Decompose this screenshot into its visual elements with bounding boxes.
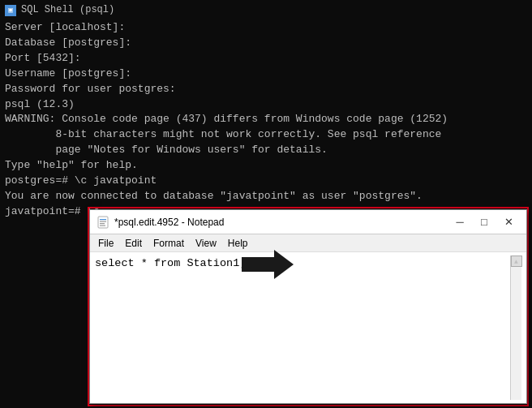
svg-rect-0 <box>98 217 108 228</box>
menu-edit[interactable]: Edit <box>120 237 147 250</box>
terminal-line: Database [postgres]: <box>5 36 527 51</box>
terminal-line: 8-bit characters might not work correctl… <box>5 127 527 143</box>
notepad-menubar: File Edit Format View Help <box>90 234 526 252</box>
svg-rect-1 <box>100 219 106 220</box>
notepad-content-area: ▲ <box>90 252 526 403</box>
arrow-head <box>274 250 294 279</box>
arrow-shape <box>242 250 294 279</box>
terminal-line: page "Notes for Windows users" for detai… <box>5 143 527 158</box>
scroll-up-arrow[interactable]: ▲ <box>511 256 522 267</box>
terminal-line: WARNING: Console code page (437) differs… <box>5 112 527 127</box>
menu-help[interactable]: Help <box>223 237 253 250</box>
notepad-title-left: *psql.edit.4952 - Notepad <box>97 216 224 229</box>
arrow-indicator <box>242 250 294 279</box>
notepad-file-icon <box>97 216 109 229</box>
notepad-window: *psql.edit.4952 - Notepad ─ □ ✕ File Edi… <box>89 209 527 404</box>
svg-rect-3 <box>100 223 105 224</box>
arrow-body <box>242 257 274 272</box>
maximize-button[interactable]: □ <box>473 213 496 231</box>
notepad-controls: ─ □ ✕ <box>448 213 520 231</box>
terminal-line: Password for user postgres: <box>5 82 527 97</box>
terminal-line: Server [localhost]: <box>5 20 527 36</box>
terminal-line: postgres=# \c javatpoint <box>5 174 527 189</box>
terminal-title: SQL Shell (psql) <box>21 3 114 17</box>
notepad-titlebar: *psql.edit.4952 - Notepad ─ □ ✕ <box>90 210 526 234</box>
svg-rect-4 <box>100 225 105 225</box>
minimize-button[interactable]: ─ <box>448 213 471 231</box>
close-button[interactable]: ✕ <box>497 213 520 231</box>
terminal-icon: ▣ <box>5 5 16 16</box>
notepad-title-text: *psql.edit.4952 - Notepad <box>114 217 224 228</box>
menu-file[interactable]: File <box>93 237 118 250</box>
terminal-line: Username [postgres]: <box>5 67 527 82</box>
menu-format[interactable]: Format <box>148 237 189 250</box>
terminal-output: Server [localhost]: Database [postgres]:… <box>5 20 527 219</box>
notepad-editor[interactable] <box>95 256 510 400</box>
svg-rect-2 <box>100 221 106 221</box>
terminal-line: Type "help" for help. <box>5 158 527 174</box>
scrollbar[interactable]: ▲ <box>510 256 521 400</box>
terminal-titlebar: ▣ SQL Shell (psql) <box>5 3 527 17</box>
terminal-line: You are now connected to database "javat… <box>5 189 527 204</box>
terminal-line: Port [5432]: <box>5 51 527 67</box>
menu-view[interactable]: View <box>191 237 221 250</box>
terminal-line: psql (12.3) <box>5 97 527 113</box>
